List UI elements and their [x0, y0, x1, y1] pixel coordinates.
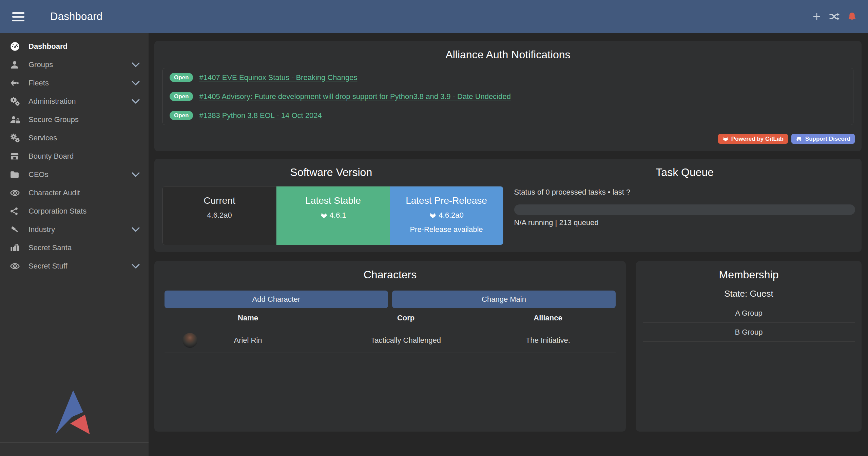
characters-table: Name Corp Alliance Ariel Rin Tactically … [165, 308, 616, 353]
sidebar-item-groups[interactable]: Groups [0, 56, 149, 74]
share-icon [9, 205, 24, 218]
alliance-auth-logo [50, 389, 99, 435]
gitlab-badge-label: Powered by GitLab [731, 136, 784, 142]
column-header-name: Name [165, 314, 331, 322]
sidebar-item-label: Character Audit [28, 189, 80, 197]
cogs-icon [9, 132, 24, 144]
cell-character-alliance: The Initiative. [480, 336, 616, 345]
task-queue-summary: N/A running | 213 queued [514, 218, 599, 227]
sidebar-item-industry[interactable]: Industry [0, 220, 149, 239]
store-icon [9, 150, 24, 163]
sidebar-item-administration[interactable]: Administration [0, 92, 149, 111]
sidebar-item-services[interactable]: Services [0, 129, 149, 147]
sidebar-item-secure-groups[interactable]: Secure Groups [0, 111, 149, 129]
column-header-alliance: Alliance [480, 314, 616, 322]
chevron-down-icon [132, 99, 140, 104]
membership-title: Membership [636, 261, 862, 281]
shuffle-icon[interactable] [829, 11, 840, 22]
sidebar-item-label: Services [28, 134, 57, 142]
sidebar-item-label: Groups [28, 60, 53, 69]
sidebar-menu: Dashboard Groups Fleets [0, 33, 149, 275]
status-badge: Open [170, 73, 193, 82]
plus-icon[interactable] [811, 11, 823, 22]
version-latest-prerelease: Latest Pre-Release 4.6.2a0 Pre-Release a… [390, 186, 503, 245]
bell-icon[interactable] [846, 11, 858, 22]
user-icon [9, 58, 24, 71]
version-current: Current 4.6.2a0 [163, 186, 276, 245]
membership-panel: Membership State: Guest A Group B Group [636, 261, 862, 432]
add-character-button[interactable]: Add Character [165, 291, 388, 308]
version-latest-stable: Latest Stable 4.6.1 [276, 186, 390, 245]
notification-row: Open #1383 Python 3.8 EOL - 14 Oct 2024 [163, 106, 853, 125]
sidebar-item-label: Secure Groups [28, 115, 79, 124]
notification-link[interactable]: #1383 Python 3.8 EOL - 14 Oct 2024 [199, 111, 322, 120]
footer-badges: Powered by GitLab Support Discord [718, 134, 855, 144]
notifications-title: Alliance Auth Notifications [154, 41, 862, 61]
status-badge: Open [170, 92, 193, 101]
shuttle-icon [9, 77, 24, 90]
gitlab-badge[interactable]: Powered by GitLab [718, 134, 788, 144]
navbar-actions [811, 0, 858, 33]
gitlab-icon [320, 212, 328, 219]
sidebar-item-corporation-stats[interactable]: Corporation Stats [0, 202, 149, 220]
sidebar-item-label: Fleets [28, 79, 49, 87]
version-label: Latest Stable [276, 195, 390, 206]
notification-link[interactable]: #1407 EVE Equinox Status - Breaking Chan… [199, 73, 357, 82]
sidebar-item-label: Corporation Stats [28, 207, 86, 216]
characters-actions: Add Character Change Main [165, 291, 616, 308]
gitlab-icon [429, 212, 437, 219]
eye-icon [9, 186, 24, 199]
notification-link[interactable]: #1405 Advisory: Future development will … [199, 92, 510, 101]
membership-groups: A Group B Group [643, 304, 855, 342]
chevron-down-icon [132, 62, 140, 67]
hammer-icon [9, 223, 24, 236]
sidebar-item-label: Administration [28, 97, 76, 106]
version-label: Current [163, 195, 276, 206]
gauge-icon [9, 40, 24, 53]
change-main-button[interactable]: Change Main [392, 291, 616, 308]
top-navbar: Dashboard [0, 0, 868, 33]
group-list-item: A Group [643, 304, 855, 323]
characters-title: Characters [154, 261, 626, 281]
discord-icon [796, 136, 803, 142]
sidebar-item-label: Secret Stuff [28, 262, 67, 271]
sidebar-item-secret-santa[interactable]: Secret Santa [0, 239, 149, 257]
task-queue-progressbar [514, 204, 855, 215]
gifts-icon [9, 241, 24, 254]
folder-icon [9, 168, 24, 181]
sidebar-item-secret-stuff[interactable]: Secret Stuff [0, 257, 149, 275]
group-list-item: B Group [643, 323, 855, 342]
notification-row: Open #1407 EVE Equinox Status - Breaking… [163, 68, 853, 87]
sidebar-item-character-audit[interactable]: Character Audit [0, 184, 149, 202]
chevron-down-icon [132, 227, 140, 232]
chevron-down-icon [132, 264, 140, 269]
version-number: 4.6.2a0 [207, 211, 232, 220]
version-number: 4.6.1 [330, 211, 346, 220]
sidebar: Dashboard Groups Fleets [0, 33, 149, 456]
sidebar-item-label: Dashboard [28, 42, 67, 51]
cell-character-corp: Tactically Challenged [331, 336, 480, 345]
sidebar-item-bounty-board[interactable]: Bounty Board [0, 147, 149, 165]
task-queue-title: Task Queue [508, 159, 862, 179]
sidebar-item-label: CEOs [28, 170, 49, 179]
user-lock-icon [9, 113, 24, 126]
notifications-panel: Alliance Auth Notifications Open #1407 E… [154, 41, 862, 151]
sidebar-item-dashboard[interactable]: Dashboard [0, 37, 149, 56]
gitlab-icon [722, 136, 729, 142]
cogs-icon [9, 95, 24, 108]
table-row: Ariel Rin Tactically Challenged The Init… [165, 328, 616, 353]
hamburger-menu-icon[interactable] [12, 12, 24, 21]
character-avatar [182, 333, 197, 348]
version-strip: Current 4.6.2a0 Latest Stable 4.6.1 Late… [162, 186, 503, 245]
page-title: Dashboard [50, 11, 102, 23]
discord-badge[interactable]: Support Discord [791, 134, 855, 144]
version-label: Latest Pre-Release [390, 195, 503, 206]
characters-panel: Characters Add Character Change Main Nam… [154, 261, 626, 432]
notification-row: Open #1405 Advisory: Future development … [163, 87, 853, 106]
table-header-row: Name Corp Alliance [165, 308, 616, 328]
sidebar-item-ceos[interactable]: CEOs [0, 165, 149, 184]
version-note: Pre-Release available [390, 225, 503, 234]
sidebar-item-fleets[interactable]: Fleets [0, 74, 149, 92]
status-panel: Software Version Current 4.6.2a0 Latest … [154, 159, 862, 252]
software-version-title: Software Version [154, 159, 508, 179]
